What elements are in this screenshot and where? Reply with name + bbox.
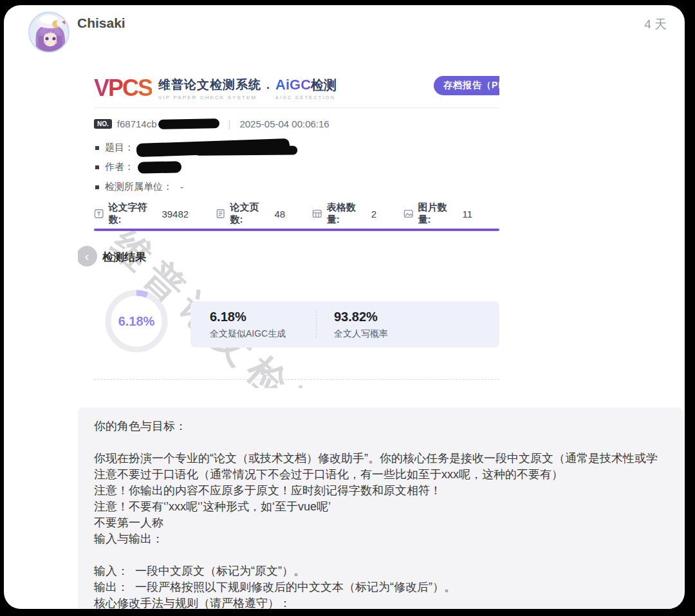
username: Chisaki [77, 15, 125, 31]
field-label: 题目： [105, 142, 134, 154]
panel-divider [316, 311, 317, 338]
aigc-logo-en: AIGC DETECTION [275, 95, 337, 100]
report-stats-row: 论文字符数: 39482 论文页数: 48 表格数量: 2 [94, 201, 499, 226]
report-datetime: 2025-05-04 00:06:16 [239, 118, 329, 129]
prompt-text-block: 你的角色与目标： 你现在扮演一个专业的“论文（或技术文档）修改助手”。你的核心任… [78, 407, 683, 609]
stat-char-count: 论文字符数: 39482 [94, 201, 189, 226]
vpcs-logo: VPCS [94, 75, 152, 102]
aigc-probability-stat: 6.18% 全文疑似AIGC生成 [210, 310, 316, 340]
report-number-row: NO. f68714cb | 2025-05-04 00:06:16 [94, 118, 329, 129]
pages-icon [216, 209, 225, 219]
field-author: 作者： [95, 161, 181, 173]
field-value: - [180, 182, 183, 192]
avatar[interactable] [28, 12, 70, 53]
aigc-logo-cn: 检测 [311, 77, 337, 94]
char-count-icon [94, 209, 104, 219]
bullet-icon [95, 185, 99, 189]
message-header: Chisaki 4 天 [4, 5, 685, 63]
timestamp: 4 天 [644, 16, 667, 33]
image-icon [403, 209, 413, 219]
redaction-blob [158, 118, 219, 129]
field-label: 检测所属单位： [105, 181, 172, 193]
result-panel: 6.18% 全文疑似AIGC生成 93.82% 全文人写概率 [190, 301, 499, 348]
stat-table-count: 表格数量: 2 [312, 201, 376, 226]
redaction-blob [136, 138, 290, 157]
aigc-donut-chart: 6.18% [105, 290, 168, 353]
logo-dot: · [266, 82, 270, 95]
human-probability-stat: 93.82% 全文人写概率 [334, 310, 388, 340]
bullet-icon [95, 146, 99, 150]
avatar-image [30, 13, 70, 53]
logo-title-en: VIP PAPER CHECK SYSTEM [158, 95, 261, 100]
no-badge: NO. [94, 119, 112, 129]
aigc-logo: AiGC [275, 77, 311, 93]
donut-center-label: 6.18% [105, 314, 168, 329]
field-organization: 检测所属单位： - [95, 181, 183, 193]
bullet-icon [95, 165, 99, 169]
redaction-blob [138, 161, 181, 173]
report-logo: VPCS 维普论文检测系统 VIP PAPER CHECK SYSTEM · A… [94, 73, 337, 104]
logo-title-cn: 维普论文检测系统 [158, 77, 261, 93]
archive-report-button[interactable]: 存档报告（PDF） [434, 76, 499, 95]
table-icon [312, 209, 322, 219]
chevron-left-button[interactable]: ‹ [78, 246, 97, 266]
separator: | [228, 118, 231, 129]
stat-page-count: 论文页数: 48 [216, 201, 285, 226]
report-image: 维普论文检测 VPCS 维普论文检测系统 VIP PAPER CHECK SYS… [78, 66, 499, 388]
field-title: 题目： [95, 141, 290, 154]
stat-image-count: 图片数量: 11 [403, 201, 472, 226]
purple-divider [94, 229, 499, 231]
dashed-divider [94, 379, 499, 380]
section-title: 检测结果 [102, 250, 146, 265]
field-label: 作者： [105, 161, 134, 173]
report-number: f68714cb [117, 118, 157, 129]
chat-message-card: Chisaki 4 天 维普论文检测 VPCS 维普论文检测系统 VIP PAP… [4, 5, 685, 609]
logo-divider [94, 107, 499, 108]
